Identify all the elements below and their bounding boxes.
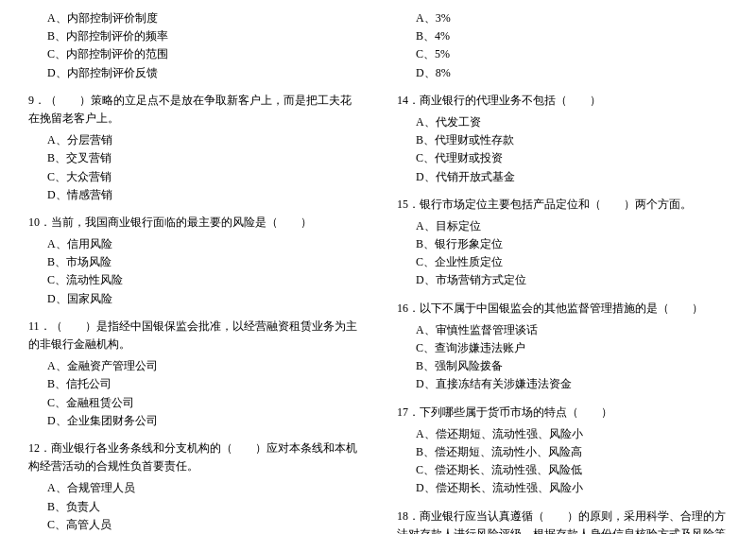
option-item: C、高管人员 [28, 516, 359, 534]
option-item: D、国家风险 [28, 290, 359, 308]
question-15: 15．银行市场定位主要包括产品定位和（ ）两个方面。 A、目标定位 B、银行形象… [397, 196, 728, 290]
question-text: 18．商业银行应当认真遵循（ ）的原则，采用科学、合理的方法对存款人进行风险评级… [397, 508, 728, 535]
option-item: D、直接冻结有关涉嫌违法资金 [397, 375, 728, 393]
question-14: 14．商业银行的代理业务不包括（ ） A、代发工资 B、代理财或性存款 C、代理… [397, 92, 728, 186]
question-text: 10．当前，我国商业银行面临的最主要的风险是（ ） [28, 214, 359, 232]
option-item: B、市场风险 [28, 253, 359, 271]
option-item: B、代理财或性存款 [397, 131, 728, 149]
option-item: A、目标定位 [397, 217, 728, 235]
option-item: A、金融资产管理公司 [28, 357, 359, 375]
option-item: D、8% [397, 64, 728, 82]
option-item: C、5% [397, 45, 728, 63]
option-item: B、交叉营销 [28, 149, 359, 167]
option-item: A、偿还期短、流动性强、风险小 [397, 425, 728, 443]
option-item: D、情感营销 [28, 186, 359, 204]
option-item: A、内部控制评价制度 [28, 9, 359, 27]
option-item: D、代销开放式基金 [397, 168, 728, 186]
question-9: 9．（ ）策略的立足点不是放在争取新客户上，而是把工夫花在挽留老客户上。 A、分… [28, 92, 359, 204]
question-17: 17．下列哪些属于货币市场的特点（ ） A、偿还期短、流动性强、风险小 B、偿还… [397, 404, 728, 498]
question-text: 9．（ ）策略的立足点不是放在争取新客户上，而是把工夫花在挽留老客户上。 [28, 92, 359, 128]
option-item: D、企业集团财务公司 [28, 412, 359, 430]
question-text: 11．（ ）是指经中国银保监会批准，以经营融资租赁业务为主的非银行金融机构。 [28, 318, 359, 353]
question-text: 12．商业银行各业务条线和分支机构的（ ）应对本条线和本机构经营活动的合规性负首… [28, 439, 359, 475]
option-item: C、大众营销 [28, 168, 359, 186]
column-left: A、内部控制评价制度 B、内部控制评价的频率 C、内部控制评价的范围 D、内部控… [28, 9, 378, 534]
option-item: A、信用风险 [28, 235, 359, 253]
option-item: C、查询涉嫌违法账户 [397, 339, 728, 357]
page-content: A、内部控制评价制度 B、内部控制评价的频率 C、内部控制评价的范围 D、内部控… [28, 9, 728, 534]
question-text: 16．以下不属于中国银监会的其他监督管理措施的是（ ） [397, 300, 728, 318]
option-item: C、内部控制评价的范围 [28, 45, 359, 63]
question-16: 16．以下不属于中国银监会的其他监督管理措施的是（ ） A、审慎性监督管理谈话 … [397, 300, 728, 394]
option-item: A、审慎性监督管理谈话 [397, 321, 728, 339]
question-intro-right: A、3% B、4% C、5% D、8% [397, 9, 728, 82]
option-item: C、企业性质定位 [397, 253, 728, 271]
option-item: A、合规管理人员 [28, 479, 359, 497]
question-12: 12．商业银行各业务条线和分支机构的（ ）应对本条线和本机构经营活动的合规性负首… [28, 439, 359, 534]
option-item: B、内部控制评价的频率 [28, 27, 359, 45]
option-item: B、4% [397, 27, 728, 45]
option-item: C、代理财或投资 [397, 149, 728, 167]
option-item: B、信托公司 [28, 375, 359, 393]
option-item: B、银行形象定位 [397, 235, 728, 253]
option-item: B、强制风险拨备 [397, 357, 728, 375]
question-intro-left: A、内部控制评价制度 B、内部控制评价的频率 C、内部控制评价的范围 D、内部控… [28, 9, 359, 82]
option-item: A、3% [397, 9, 728, 27]
question-11: 11．（ ）是指经中国银保监会批准，以经营融资租赁业务为主的非银行金融机构。 A… [28, 318, 359, 430]
option-item: A、分层营销 [28, 131, 359, 149]
option-item: B、负责人 [28, 498, 359, 516]
question-text: 17．下列哪些属于货币市场的特点（ ） [397, 404, 728, 422]
question-10: 10．当前，我国商业银行面临的最主要的风险是（ ） A、信用风险 B、市场风险 … [28, 214, 359, 308]
column-right: A、3% B、4% C、5% D、8% 14．商业银行的代理业务不包括（ ） A… [378, 9, 728, 534]
option-item: C、金融租赁公司 [28, 394, 359, 412]
question-text: 15．银行市场定位主要包括产品定位和（ ）两个方面。 [397, 196, 728, 214]
option-item: B、偿还期短、流动性小、风险高 [397, 443, 728, 461]
option-item: D、内部控制评价反馈 [28, 64, 359, 82]
option-item: D、市场营销方式定位 [397, 271, 728, 289]
option-item: C、偿还期长、流动性强、风险低 [397, 461, 728, 479]
question-text: 14．商业银行的代理业务不包括（ ） [397, 92, 728, 110]
option-item: D、偿还期长、流动性强、风险小 [397, 479, 728, 497]
question-18: 18．商业银行应当认真遵循（ ）的原则，采用科学、合理的方法对存款人进行风险评级… [397, 508, 728, 535]
option-item: A、代发工资 [397, 113, 728, 131]
option-item: C、流动性风险 [28, 271, 359, 289]
